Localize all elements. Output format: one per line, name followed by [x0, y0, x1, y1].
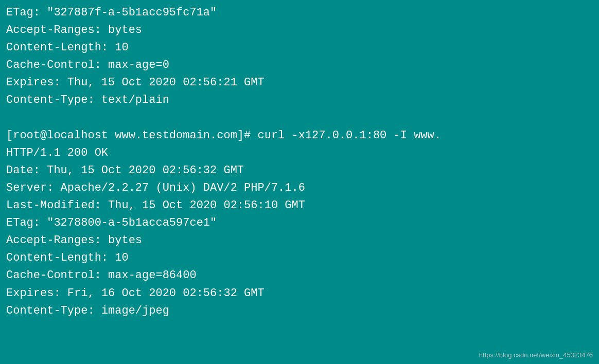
- terminal-line: Server: Apache/2.2.27 (Unix) DAV/2 PHP/7…: [6, 179, 593, 197]
- terminal-line: HTTP/1.1 200 OK: [6, 144, 593, 162]
- terminal-line: Content-Type: image/jpeg: [6, 302, 593, 320]
- terminal-line: Expires: Thu, 15 Oct 2020 02:56:21 GMT: [6, 74, 593, 92]
- terminal-line: ETag: "3278800-a-5b1acca597ce1": [6, 214, 593, 232]
- terminal-line: ETag: "327887f-a-5b1acc95fc71a": [6, 4, 593, 22]
- terminal-line: Cache-Control: max-age=0: [6, 57, 593, 74]
- terminal-line: Expires: Fri, 16 Oct 2020 02:56:32 GMT: [6, 285, 593, 302]
- terminal-line: Accept-Ranges: bytes: [6, 232, 593, 249]
- terminal-line: Accept-Ranges: bytes: [6, 22, 593, 39]
- terminal-line: Date: Thu, 15 Oct 2020 02:56:32 GMT: [6, 162, 593, 179]
- terminal-line: Last-Modified: Thu, 15 Oct 2020 02:56:10…: [6, 197, 593, 214]
- terminal-line: [6, 110, 593, 127]
- terminal-line: [root@localhost www.testdomain.com]# cur…: [6, 127, 593, 144]
- terminal-line: Content-Length: 10: [6, 249, 593, 267]
- terminal-window: ETag: "327887f-a-5b1acc95fc71a"Accept-Ra…: [0, 0, 599, 364]
- watermark: https://blog.csdn.net/weixin_45323476: [479, 351, 593, 359]
- terminal-line: Content-Length: 10: [6, 39, 593, 57]
- terminal-line: Content-Type: text/plain: [6, 92, 593, 109]
- terminal-line: Cache-Control: max-age=86400: [6, 267, 593, 284]
